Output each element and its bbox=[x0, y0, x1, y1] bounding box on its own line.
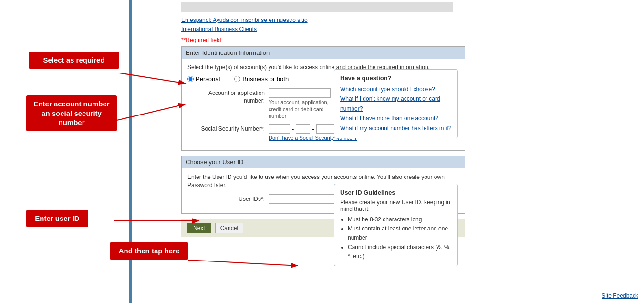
guidelines-intro: Please create your new User ID, keeping … bbox=[340, 199, 452, 212]
ssn-dash-1: - bbox=[292, 125, 294, 133]
callout-user-id: Enter user ID bbox=[26, 210, 88, 227]
top-banner-image bbox=[181, 2, 453, 12]
question-link-2[interactable]: What if I don't know my account or card … bbox=[340, 94, 452, 114]
userid-field-group bbox=[269, 194, 335, 204]
account-number-field-group: Your account, application, credit card o… bbox=[269, 88, 331, 119]
account-number-input[interactable] bbox=[269, 88, 331, 98]
svg-line-2 bbox=[117, 104, 186, 120]
radio-business[interactable] bbox=[234, 76, 240, 82]
callout-select-required: Select as required bbox=[29, 52, 119, 69]
question-box: Have a question? Which account type shou… bbox=[334, 69, 458, 138]
site-feedback: Site Feedback bbox=[602, 293, 638, 299]
guidelines-box: User ID Guidelines Please create your ne… bbox=[334, 184, 458, 266]
guideline-1: Must be 8-32 characters long bbox=[348, 215, 452, 224]
guidelines-list: Must be 8-32 characters long Must contai… bbox=[340, 215, 452, 261]
ssn-dash-2: - bbox=[312, 125, 314, 133]
identification-header: Enter Identification Information bbox=[182, 47, 465, 59]
account-number-label: Account or application number: bbox=[187, 88, 269, 104]
cancel-button[interactable]: Cancel bbox=[215, 223, 243, 233]
callout-tap-here: And then tap here bbox=[110, 242, 188, 260]
site-feedback-link[interactable]: Site Feedback bbox=[602, 293, 638, 299]
radio-business-text: Business or both bbox=[242, 75, 289, 83]
guideline-2: Must contain at least one letter and one… bbox=[348, 224, 452, 242]
guideline-3: Cannot include special characters (&, %,… bbox=[348, 243, 452, 261]
espanol-link[interactable]: En español: Ayuda con inscribirse en nue… bbox=[181, 16, 639, 25]
links-row: En español: Ayuda con inscribirse en nue… bbox=[181, 16, 639, 34]
ssn-input-2[interactable] bbox=[296, 124, 310, 134]
userid-label: User IDs*: bbox=[187, 194, 269, 203]
radio-business-label[interactable]: Business or both bbox=[234, 75, 289, 83]
callout-account-number: Enter account number an social security … bbox=[26, 95, 117, 131]
question-link-4[interactable]: What if my account number has letters in… bbox=[340, 124, 452, 133]
ssn-input-1[interactable] bbox=[269, 124, 290, 134]
guidelines-title: User ID Guidelines bbox=[340, 189, 452, 196]
required-field-note: **Required field bbox=[181, 37, 639, 43]
ssn-label: Social Security Number*: bbox=[187, 124, 269, 133]
question-link-3[interactable]: What if I have more than one account? bbox=[340, 114, 452, 123]
userid-input[interactable] bbox=[269, 194, 335, 204]
userid-header: Choose your User ID bbox=[182, 156, 465, 168]
next-button[interactable]: Next bbox=[187, 223, 211, 233]
radio-personal-label[interactable]: Personal bbox=[187, 75, 220, 83]
radio-personal-text: Personal bbox=[196, 75, 220, 83]
account-number-hint: Your account, application, credit card o… bbox=[269, 99, 331, 119]
question-box-title: Have a question? bbox=[340, 74, 452, 82]
radio-personal[interactable] bbox=[187, 76, 194, 82]
international-link[interactable]: International Business Clients bbox=[181, 25, 639, 34]
question-link-1[interactable]: Which account type should I choose? bbox=[340, 84, 452, 94]
